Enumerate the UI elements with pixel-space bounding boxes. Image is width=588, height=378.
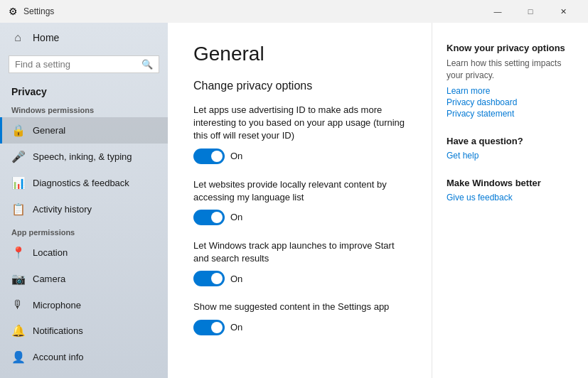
sidebar-item-diagnostics[interactable]: 📊 Diagnostics & feedback <box>0 170 168 196</box>
title-bar: ⚙ Settings — □ ✕ <box>0 0 588 23</box>
sidebar-item-account-label: Account info <box>33 352 84 362</box>
toggle-row-3: Show me suggested content in the Setting… <box>193 301 406 335</box>
sidebar-item-notifications-label: Notifications <box>33 325 83 336</box>
toggle-row-0: Let apps use advertising ID to make ads … <box>193 104 406 164</box>
give-feedback-link[interactable]: Give us feedback <box>447 193 574 202</box>
right-panel-section-2: Make Windows better Give us feedback <box>447 178 574 202</box>
title-bar-title: Settings <box>23 6 54 16</box>
maximize-button[interactable]: □ <box>514 0 547 23</box>
close-button[interactable]: ✕ <box>547 0 579 23</box>
toggle-2[interactable] <box>193 271 225 286</box>
get-help-link[interactable]: Get help <box>447 151 574 161</box>
sidebar-item-location-label: Location <box>33 247 68 258</box>
search-icon: 🔍 <box>141 59 153 70</box>
search-box[interactable]: 🔍 <box>9 55 159 73</box>
toggle-row-2: Let Windows track app launches to improv… <box>193 239 406 286</box>
privacy-dashboard-link[interactable]: Privacy dashboard <box>447 97 574 107</box>
toggle-control-3: On <box>193 320 406 335</box>
right-panel: Know your privacy options Learn how this… <box>432 23 588 378</box>
diagnostics-icon: 📊 <box>11 176 24 190</box>
sidebar-item-diagnostics-label: Diagnostics & feedback <box>33 178 129 188</box>
home-icon: ⌂ <box>11 31 24 44</box>
microphone-icon: 🎙 <box>11 298 24 311</box>
camera-icon: 📷 <box>11 272 24 286</box>
sidebar-item-microphone-label: Microphone <box>33 300 81 310</box>
sidebar-item-general-label: General <box>33 125 65 136</box>
toggle-label-1: On <box>230 212 242 222</box>
account-icon: 👤 <box>11 350 24 364</box>
app-body: ⌂ Home 🔍 Privacy Windows permissions 🔒 G… <box>0 23 588 378</box>
learn-more-link[interactable]: Learn more <box>447 86 574 96</box>
location-icon: 📍 <box>11 246 24 259</box>
toggle-1[interactable] <box>193 210 225 225</box>
sidebar-item-activity-label: Activity history <box>33 204 92 215</box>
sidebar-item-general[interactable]: 🔒 General <box>0 117 168 144</box>
minimize-button[interactable]: — <box>481 0 514 23</box>
privacy-header: Privacy <box>0 79 168 100</box>
title-bar-left: ⚙ Settings <box>9 6 54 17</box>
home-label: Home <box>33 32 59 43</box>
toggle-row-1: Let websites provide locally relevant co… <box>193 178 406 225</box>
toggle-description-2: Let Windows track app launches to improv… <box>193 239 406 265</box>
general-icon: 🔒 <box>11 124 24 137</box>
activity-icon: 📋 <box>11 202 24 216</box>
sidebar-item-microphone[interactable]: 🎙 Microphone <box>0 292 168 318</box>
section-title: Change privacy options <box>193 80 406 92</box>
main-content: General Change privacy options Let apps … <box>168 23 432 378</box>
right-panel-section-0: Know your privacy options Learn how this… <box>447 43 574 119</box>
sidebar-item-camera-label: Camera <box>33 274 65 284</box>
sidebar-item-activity[interactable]: 📋 Activity history <box>0 196 168 222</box>
windows-permissions-label: Windows permissions <box>0 100 168 117</box>
sidebar-item-camera[interactable]: 📷 Camera <box>0 266 168 292</box>
right-panel-title-2: Make Windows better <box>447 178 574 188</box>
title-bar-controls: — □ ✕ <box>481 0 579 23</box>
right-panel-title-1: Have a question? <box>447 136 574 146</box>
right-panel-text-0: Learn how this setting impacts your priv… <box>447 58 574 82</box>
app-permissions-label: App permissions <box>0 222 168 239</box>
right-panel-title-0: Know your privacy options <box>447 43 574 53</box>
sidebar-item-location[interactable]: 📍 Location <box>0 239 168 266</box>
toggle-control-1: On <box>193 210 406 225</box>
toggle-description-1: Let websites provide locally relevant co… <box>193 178 406 204</box>
toggle-description-3: Show me suggested content in the Setting… <box>193 301 406 313</box>
toggle-0[interactable] <box>193 148 225 164</box>
speech-icon: 🎤 <box>11 150 24 163</box>
sidebar: ⌂ Home 🔍 Privacy Windows permissions 🔒 G… <box>0 23 168 378</box>
sidebar-item-home[interactable]: ⌂ Home <box>0 23 168 53</box>
toggle-control-0: On <box>193 148 406 164</box>
toggle-3[interactable] <box>193 320 225 335</box>
search-input[interactable] <box>15 59 137 70</box>
sidebar-item-speech-label: Speech, inking, & typing <box>33 151 132 162</box>
settings-icon: ⚙ <box>9 6 18 17</box>
privacy-statement-link[interactable]: Privacy statement <box>447 109 574 119</box>
toggle-label-2: On <box>230 274 242 284</box>
sidebar-item-notifications[interactable]: 🔔 Notifications <box>0 318 168 344</box>
toggle-label-3: On <box>230 322 242 333</box>
notifications-icon: 🔔 <box>11 324 24 338</box>
page-title: General <box>193 43 406 65</box>
toggle-label-0: On <box>230 151 242 161</box>
sidebar-item-account-info[interactable]: 👤 Account info <box>0 344 168 370</box>
toggle-description-0: Let apps use advertising ID to make ads … <box>193 104 406 143</box>
toggle-control-2: On <box>193 271 406 286</box>
sidebar-item-speech[interactable]: 🎤 Speech, inking, & typing <box>0 144 168 170</box>
right-panel-section-1: Have a question? Get help <box>447 136 574 161</box>
